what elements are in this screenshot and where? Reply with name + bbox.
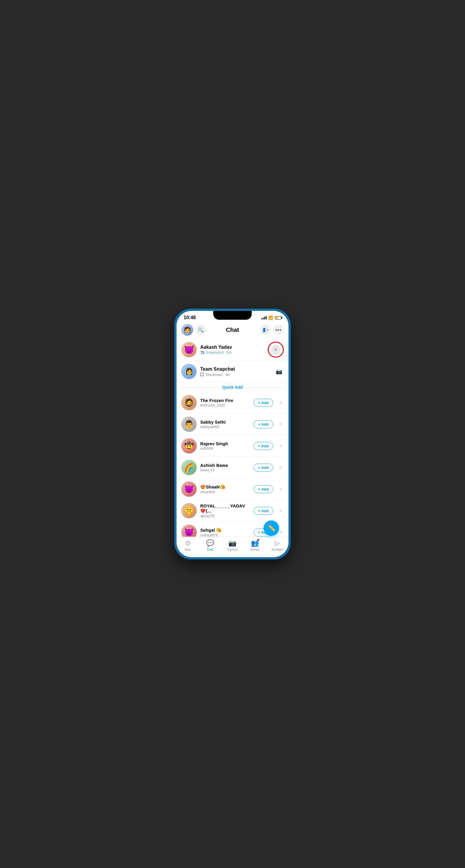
- nav-item-stories[interactable]: 👥 Stories: [244, 539, 266, 551]
- username-shaan: shaanth8: [200, 490, 250, 494]
- spotlight-icon: ▷: [275, 539, 280, 547]
- name-ashish-bawa: Ashish Bawa: [200, 463, 250, 468]
- add-friend-icon: 👤+: [262, 328, 269, 332]
- chat-right-team-snapchat: 📷: [274, 367, 284, 376]
- avatar-frozen-fire: 🧔: [181, 395, 197, 410]
- header-title: Chat: [226, 327, 239, 333]
- quick-add-item-2[interactable]: 🤠 Rajeev Singh ra09266 + Add ✕: [176, 435, 289, 457]
- nav-item-spotlight[interactable]: ▷ Spotlight: [266, 539, 289, 551]
- chat-name-team-snapchat: Team Snapchat: [200, 367, 271, 372]
- camera-icon: 📷: [276, 368, 282, 375]
- more-icon: ⚫⚫⚫: [275, 329, 282, 331]
- quick-add-item-5[interactable]: 🤫 ROYAL______YADAV❤️(… ajitraj159 + Add …: [176, 500, 289, 522]
- username-frozen-fire: thefrozen_2020: [200, 403, 250, 407]
- info-ashish-bawa: Ashish Bawa bawa_91: [200, 463, 250, 472]
- search-icon: 🔍: [198, 327, 204, 333]
- chat-list: 😈 Aakash Yadav ✈️ Screenshot · 5m ✕: [176, 339, 289, 537]
- nav-item-map[interactable]: ⊙ Map: [176, 539, 199, 551]
- avatar-sabby-sethi: 👨: [181, 416, 197, 432]
- add-friend-button[interactable]: 👤+: [260, 324, 271, 335]
- header-right: 👤+ ⚫⚫⚫: [260, 324, 284, 335]
- avatar-rajeev-singh: 🤠: [181, 438, 197, 454]
- header-left: 🧑 🔍: [181, 324, 206, 336]
- quick-add-item-1[interactable]: 👨 Sabby Sethi sabbysethi9 + Add ✕: [176, 413, 289, 435]
- add-button-5[interactable]: + Add: [254, 507, 273, 515]
- add-button-0[interactable]: + Add: [254, 399, 273, 407]
- chat-right-aakash: ✕: [268, 342, 284, 358]
- name-sabby-sethi: Sabby Sethi: [200, 420, 250, 425]
- dismiss-button-1[interactable]: ✕: [278, 421, 284, 427]
- map-icon: ⊙: [185, 539, 191, 547]
- chat-item-team-snapchat[interactable]: 👩 Team Snapchat Received · 4h 📷: [176, 361, 289, 382]
- close-red-circle[interactable]: ✕: [268, 342, 284, 358]
- info-rajeev-singh: Rajeev Singh ra09266: [200, 441, 250, 451]
- dismiss-button-0[interactable]: ✕: [278, 400, 284, 406]
- chat-sub-text-aakash: Screenshot · 5m: [206, 350, 231, 355]
- chat-info-aakash: Aakash Yadav ✈️ Screenshot · 5m: [200, 345, 264, 355]
- nav-label-chat: Chat: [207, 548, 213, 551]
- chat-name-aakash: Aakash Yadav: [200, 345, 264, 350]
- new-chat-fab[interactable]: ✏️: [264, 521, 279, 536]
- quick-add-item-3[interactable]: 🌈 Ashish Bawa bawa_91 + Add ✕: [176, 457, 289, 478]
- avatar-sehgal: 😈: [181, 525, 197, 537]
- info-sehgal: Sehgal 😘 rsehgal876: [200, 528, 250, 537]
- username-sabby-sethi: sabbysethi9: [200, 425, 250, 429]
- info-frozen-fire: The Frozen Fire thefrozen_2020: [200, 398, 250, 407]
- stories-dot: [257, 539, 259, 541]
- dismiss-button-4[interactable]: ✕: [278, 486, 284, 492]
- info-shaan: 😍ShaaN😘 shaanth8: [200, 484, 250, 494]
- name-frozen-fire: The Frozen Fire: [200, 398, 250, 403]
- chat-item-aakash[interactable]: 😈 Aakash Yadav ✈️ Screenshot · 5m ✕: [176, 339, 289, 361]
- avatar-team-snapchat: 👩: [181, 364, 197, 379]
- username-royal-yadav: ajitraj159: [200, 514, 250, 518]
- notch: [213, 311, 252, 320]
- avatar-shaan: 😈: [181, 482, 197, 497]
- battery-icon: [275, 316, 281, 319]
- header: 🧑 🔍 Chat 👤+ ⚫⚫⚫: [176, 321, 289, 339]
- divider-left: [181, 387, 219, 388]
- username-ashish-bawa: bawa_91: [200, 468, 250, 472]
- nav-label-stories: Stories: [250, 548, 259, 551]
- nav-item-camera[interactable]: 📷 Camera: [221, 539, 244, 551]
- signal-icon: [261, 316, 267, 319]
- name-rajeev-singh: Rajeev Singh: [200, 441, 250, 446]
- info-royal-yadav: ROYAL______YADAV❤️(… ajitraj159: [200, 503, 250, 518]
- name-sehgal: Sehgal 😘: [200, 528, 250, 533]
- search-button[interactable]: 🔍: [196, 324, 206, 335]
- add-button-4[interactable]: + Add: [254, 485, 273, 493]
- nav-item-chat[interactable]: 💬 Chat: [199, 539, 222, 551]
- dismiss-button-5[interactable]: ✕: [278, 508, 284, 514]
- status-icons: 📶: [261, 316, 281, 320]
- bottom-nav: ⊙ Map 💬 Chat 📷 Camera: [176, 537, 289, 557]
- add-button-1[interactable]: + Add: [254, 421, 273, 428]
- camera-button[interactable]: 📷: [274, 367, 284, 376]
- more-options-button[interactable]: ⚫⚫⚫: [273, 324, 284, 335]
- divider-right: [246, 387, 284, 388]
- dismiss-button-3[interactable]: ✕: [278, 464, 284, 470]
- phone-frame: 10:48 📶 🧑: [175, 309, 290, 559]
- avatar-ashish-bawa: 🌈: [181, 460, 197, 475]
- nav-label-spotlight: Spotlight: [271, 548, 283, 551]
- quick-add-item-4[interactable]: 😈 😍ShaaN😘 shaanth8 + Add ✕: [176, 478, 289, 500]
- snap-received-icon: [200, 373, 204, 376]
- add-button-2[interactable]: + Add: [254, 442, 273, 450]
- camera-nav-icon: 📷: [228, 539, 236, 547]
- username-rajeev-singh: ra09266: [200, 446, 250, 451]
- chat-sub-team-snapchat: Received · 4h: [200, 372, 271, 377]
- close-inner: ✕: [271, 345, 281, 354]
- status-time: 10:48: [184, 315, 196, 320]
- quick-add-label: Quick Add: [222, 385, 243, 390]
- wifi-icon: 📶: [268, 316, 273, 320]
- nav-label-map: Map: [185, 548, 191, 551]
- compose-icon: ✏️: [267, 524, 275, 532]
- chat-sub-text-team: Received · 4h: [206, 372, 230, 377]
- avatar-aakash: 😈: [181, 342, 197, 357]
- chat-icon: 💬: [206, 539, 214, 547]
- username-sehgal: rsehgal876: [200, 533, 250, 537]
- screenshot-icon: ✈️: [200, 350, 205, 355]
- add-button-3[interactable]: + Add: [254, 464, 273, 472]
- quick-add-item-0[interactable]: 🧔 The Frozen Fire thefrozen_2020 + Add ✕: [176, 392, 289, 413]
- avatar[interactable]: 🧑: [181, 324, 193, 336]
- dismiss-button-2[interactable]: ✕: [278, 443, 284, 449]
- info-sabby-sethi: Sabby Sethi sabbysethi9: [200, 420, 250, 429]
